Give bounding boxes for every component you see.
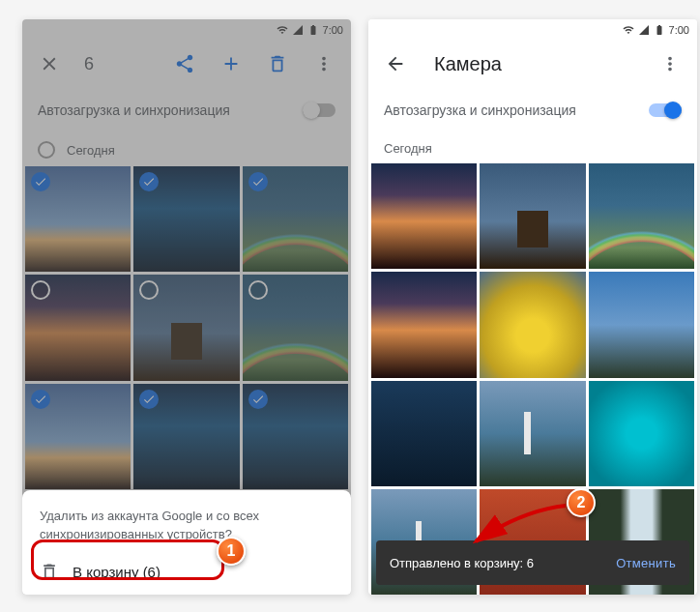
sync-row: Автозагрузка и синхронизация bbox=[22, 87, 351, 133]
sync-toggle[interactable] bbox=[303, 103, 335, 117]
overflow-button[interactable] bbox=[305, 44, 343, 83]
phone-left: 7:00 6 Автозагрузка и синхронизация Сего… bbox=[22, 19, 351, 595]
status-bar: 7:00 bbox=[22, 19, 351, 41]
photo-thumb[interactable] bbox=[25, 384, 131, 489]
photo-thumb[interactable] bbox=[480, 163, 585, 269]
close-button[interactable] bbox=[30, 44, 69, 83]
checkmark-icon[interactable] bbox=[248, 172, 268, 191]
photo-thumb[interactable] bbox=[589, 163, 694, 269]
sync-row: Автозагрузка и синхронизация bbox=[368, 87, 697, 133]
status-time: 7:00 bbox=[669, 24, 689, 36]
wifi-icon bbox=[277, 24, 288, 36]
annotation-badge-2: 2 bbox=[567, 488, 596, 517]
checkmark-icon[interactable] bbox=[248, 390, 268, 409]
checkmark-icon[interactable] bbox=[31, 172, 50, 191]
photo-thumb[interactable] bbox=[133, 275, 239, 380]
photo-thumb[interactable] bbox=[243, 275, 348, 380]
battery-icon bbox=[307, 24, 319, 36]
select-all-radio[interactable] bbox=[38, 141, 55, 159]
wifi-icon bbox=[623, 24, 634, 36]
sync-label: Автозагрузка и синхронизация bbox=[38, 102, 230, 118]
sync-toggle[interactable] bbox=[649, 103, 682, 117]
move-to-trash-button[interactable]: В корзину (6) bbox=[40, 562, 334, 581]
checkmark-icon[interactable] bbox=[139, 390, 159, 409]
page-title: Камера bbox=[423, 53, 643, 75]
delete-sheet: Удалить из аккаунта Google и со всех син… bbox=[22, 490, 351, 595]
add-button[interactable] bbox=[212, 44, 250, 83]
photo-grid bbox=[22, 166, 351, 489]
section-header: Сегодня bbox=[368, 133, 697, 163]
select-circle[interactable] bbox=[139, 280, 159, 300]
checkmark-icon[interactable] bbox=[31, 390, 50, 409]
status-time: 7:00 bbox=[323, 24, 343, 36]
section-label: Сегодня bbox=[67, 143, 115, 158]
photo-thumb[interactable] bbox=[371, 272, 477, 377]
signal-icon bbox=[292, 24, 304, 36]
section-header[interactable]: Сегодня bbox=[22, 133, 351, 166]
sync-label: Автозагрузка и синхронизация bbox=[384, 102, 576, 118]
photo-thumb[interactable] bbox=[25, 275, 131, 380]
selection-count: 6 bbox=[76, 54, 158, 74]
select-circle[interactable] bbox=[31, 280, 50, 300]
photo-thumb[interactable] bbox=[589, 272, 694, 377]
annotation-arrow bbox=[464, 501, 570, 551]
back-button[interactable] bbox=[376, 44, 415, 83]
photo-thumb[interactable] bbox=[371, 381, 477, 486]
header: Камера bbox=[368, 41, 697, 87]
photo-thumb[interactable] bbox=[243, 384, 348, 489]
battery-icon bbox=[654, 24, 665, 36]
photo-thumb[interactable] bbox=[480, 381, 585, 486]
share-button[interactable] bbox=[165, 44, 204, 83]
overflow-button[interactable] bbox=[651, 44, 689, 83]
trash-icon bbox=[40, 562, 59, 581]
snackbar-text: Отправлено в корзину: 6 bbox=[390, 556, 534, 570]
status-bar: 7:00 bbox=[368, 19, 697, 41]
photo-thumb[interactable] bbox=[480, 272, 585, 377]
selection-header: 6 bbox=[22, 41, 351, 87]
phone-left-content: 7:00 6 Автозагрузка и синхронизация Сего… bbox=[22, 19, 351, 489]
photo-thumb[interactable] bbox=[371, 163, 477, 269]
photo-thumb[interactable] bbox=[25, 166, 131, 272]
checkmark-icon[interactable] bbox=[139, 172, 159, 191]
photo-thumb[interactable] bbox=[589, 381, 694, 486]
sheet-message: Удалить из аккаунта Google и со всех син… bbox=[40, 508, 334, 544]
photo-thumb[interactable] bbox=[133, 384, 239, 489]
annotation-badge-1: 1 bbox=[217, 537, 246, 566]
section-label: Сегодня bbox=[384, 141, 432, 156]
signal-icon bbox=[638, 24, 650, 36]
photo-thumb[interactable] bbox=[133, 166, 239, 272]
delete-button[interactable] bbox=[258, 44, 297, 83]
sheet-action-label: В корзину (6) bbox=[73, 564, 160, 580]
photo-thumb[interactable] bbox=[243, 166, 348, 272]
select-circle[interactable] bbox=[248, 280, 268, 300]
undo-button[interactable]: Отменить bbox=[616, 556, 676, 570]
